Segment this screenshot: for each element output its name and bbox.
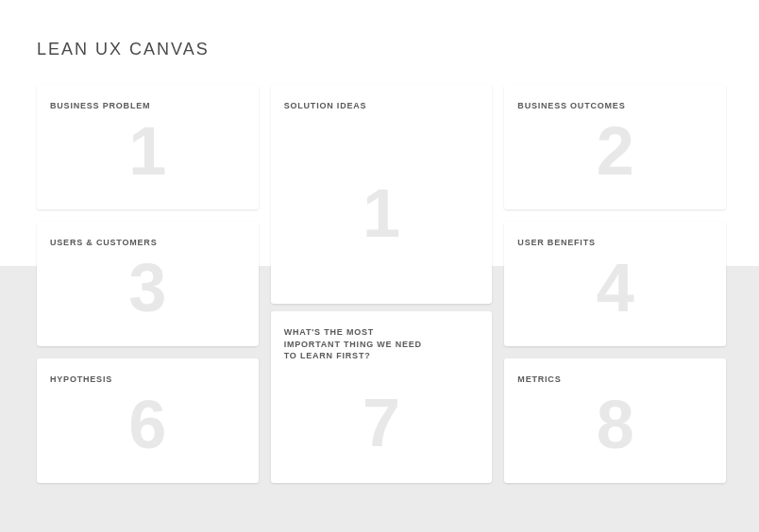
- card-solution-ideas: SOLUTION IDEAS 1: [271, 85, 493, 304]
- card-label: BUSINESS OUTCOMES: [517, 100, 659, 112]
- canvas-title: LEAN UX CANVAS: [37, 40, 210, 59]
- card-label: HYPOTHESIS: [50, 374, 192, 386]
- card-number: 3: [128, 254, 166, 322]
- card-number: 6: [128, 391, 166, 458]
- card-business-problem: BUSINESS PROBLEM 1: [37, 85, 259, 209]
- card-business-outcomes: BUSINESS OUTCOMES 2: [504, 85, 726, 209]
- card-number: 8: [597, 391, 634, 458]
- card-learn-first: WHAT'S THE MOST IMPORTANT THING WE NEED …: [271, 311, 493, 483]
- card-number: 1: [363, 179, 400, 247]
- card-label: WHAT'S THE MOST IMPORTANT THING WE NEED …: [284, 326, 426, 362]
- card-label: SOLUTION IDEAS: [284, 100, 426, 112]
- card-label: USER BENEFITS: [517, 237, 659, 249]
- canvas-grid: BUSINESS PROBLEM 1 SOLUTION IDEAS 1 BUSI…: [37, 85, 726, 483]
- card-hypothesis: HYPOTHESIS 6: [37, 358, 259, 483]
- card-metrics: METRICS 8: [504, 358, 726, 483]
- card-user-benefits: USER BENEFITS 4: [504, 222, 726, 346]
- card-users-customers: USERS & CUSTOMERS 3: [37, 222, 259, 346]
- card-label: BUSINESS PROBLEM: [50, 100, 192, 112]
- card-number: 7: [363, 389, 400, 457]
- card-number: 2: [597, 117, 634, 185]
- card-number: 4: [597, 254, 634, 322]
- card-number: 1: [128, 117, 166, 185]
- card-label: METRICS: [517, 374, 659, 386]
- card-label: USERS & CUSTOMERS: [50, 237, 192, 249]
